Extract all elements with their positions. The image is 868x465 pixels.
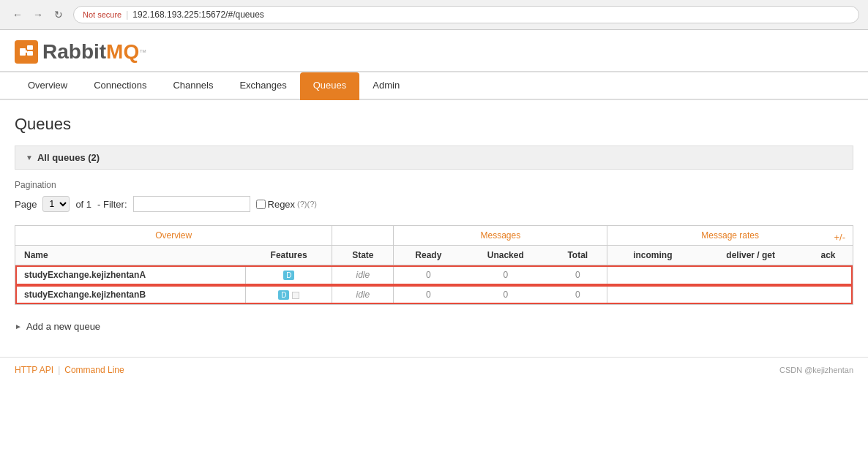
svg-rect-2 xyxy=(27,51,33,56)
logo-area: RabbitMQ™ xyxy=(0,30,868,72)
queue-ack-cell xyxy=(804,285,853,305)
queue-ready-cell: 0 xyxy=(394,285,463,305)
section-title: All queues (2) xyxy=(37,152,100,163)
regex-checkbox[interactable] xyxy=(256,200,266,209)
col-header-ack: ack xyxy=(804,246,853,265)
footer-separator: | xyxy=(58,365,60,375)
nav-bar: Overview Connections Channels Exchanges … xyxy=(0,72,868,100)
footer-attribution: CSDN @kejizhentan xyxy=(779,366,853,374)
svg-rect-3 xyxy=(25,50,27,53)
nav-item-exchanges[interactable]: Exchanges xyxy=(226,72,299,100)
feature-badge: D xyxy=(278,290,289,300)
col-header-row: Name Features State Ready Unacked Total … xyxy=(15,246,853,265)
pagination-section: Pagination Page 1 of 1 - Filter: Regex (… xyxy=(15,180,853,212)
regex-checkbox-area: Regex (?)(?) xyxy=(256,199,317,210)
queue-name-cell: studyExchange.kejizhentanA xyxy=(15,265,246,285)
logo-rabbit-text: Rabbit xyxy=(42,40,106,64)
queue-feature-checkbox xyxy=(292,292,299,299)
message-rates-group-header: Message rates xyxy=(607,226,853,246)
svg-rect-1 xyxy=(27,45,33,50)
col-header-ready: Ready xyxy=(394,246,463,265)
table-row[interactable]: studyExchange.kejizhentanADidle000 xyxy=(15,265,853,285)
add-queue-section[interactable]: ► Add a new queue xyxy=(15,317,853,342)
queue-incoming-cell xyxy=(607,265,697,285)
address-bar[interactable]: Not secure | 192.168.193.225:15672/#/que… xyxy=(73,6,859,23)
col-header-incoming: incoming xyxy=(607,246,697,265)
group-header-row: Overview Messages Message rates xyxy=(15,226,853,246)
regex-label: Regex xyxy=(268,199,296,210)
nav-item-queues[interactable]: Queues xyxy=(300,72,360,100)
filter-input[interactable] xyxy=(133,196,250,212)
content-area: Queues ▼ All queues (2) Pagination Page … xyxy=(0,100,868,357)
http-api-link[interactable]: HTTP API xyxy=(15,365,53,375)
svg-rect-0 xyxy=(20,48,26,56)
queue-features-cell: D xyxy=(246,265,332,285)
page-label: Page xyxy=(15,199,37,210)
forward-button[interactable]: → xyxy=(29,6,47,23)
queues-table: Overview Messages Message rates Name Fea… xyxy=(15,226,853,304)
url-text: 192.168.193.225:15672/#/queues xyxy=(132,10,264,20)
add-queue-label: Add a new queue xyxy=(26,321,100,332)
col-header-deliver-get: deliver / get xyxy=(697,246,804,265)
rabbitmq-logo-icon xyxy=(15,40,38,64)
nav-buttons: ← → ↻ xyxy=(9,6,67,23)
pagination-controls: Page 1 of 1 - Filter: Regex (?)(?) xyxy=(15,196,853,212)
of-label: of 1 xyxy=(75,199,91,210)
table-row[interactable]: studyExchange.kejizhentanBDidle000 xyxy=(15,285,853,305)
reload-button[interactable]: ↻ xyxy=(50,6,67,23)
feature-badge: D xyxy=(283,271,294,280)
queue-name-cell: studyExchange.kejizhentanB xyxy=(15,285,246,305)
queue-state-value: idle xyxy=(356,270,370,280)
logo-mq-text: MQ xyxy=(106,40,139,64)
queues-tbody: studyExchange.kejizhentanADidle000studyE… xyxy=(15,265,853,305)
queue-unacked-cell: 0 xyxy=(463,285,548,305)
queue-ack-cell xyxy=(804,265,853,285)
queue-incoming-cell xyxy=(607,285,697,305)
col-header-total: Total xyxy=(548,246,607,265)
page-footer: HTTP API | Command Line CSDN @kejizhenta… xyxy=(0,357,868,382)
rabbitmq-page: RabbitMQ™ Overview Connections Channels … xyxy=(0,30,868,454)
filter-label: - Filter: xyxy=(97,199,127,210)
queue-total-cell: 0 xyxy=(548,285,607,305)
col-header-name: Name xyxy=(15,246,246,265)
spacer-state xyxy=(332,226,394,246)
all-queues-section-header[interactable]: ▼ All queues (2) xyxy=(15,145,853,170)
queue-deliver_get-cell xyxy=(697,265,804,285)
nav-item-overview[interactable]: Overview xyxy=(15,72,81,100)
queue-unacked-cell: 0 xyxy=(463,265,548,285)
queue-state-cell: idle xyxy=(332,265,394,285)
not-secure-label: Not secure xyxy=(83,10,121,19)
nav-item-channels[interactable]: Channels xyxy=(160,72,226,100)
nav-item-admin[interactable]: Admin xyxy=(359,72,413,100)
footer-links: HTTP API | Command Line xyxy=(15,365,124,375)
queue-features-cell: D xyxy=(246,285,332,305)
command-line-link[interactable]: Command Line xyxy=(64,365,124,375)
nav-item-connections[interactable]: Connections xyxy=(81,72,160,100)
page-select[interactable]: 1 xyxy=(42,196,70,212)
section-arrow-icon: ▼ xyxy=(26,154,33,162)
browser-chrome: ← → ↻ Not secure | 192.168.193.225:15672… xyxy=(0,0,868,30)
logo: RabbitMQ™ xyxy=(15,40,853,64)
queue-state-value: idle xyxy=(356,290,370,300)
add-queue-arrow-icon: ► xyxy=(15,322,22,330)
queue-state-cell: idle xyxy=(332,285,394,305)
queues-table-container: +/- Overview Messages Message rates Name… xyxy=(15,225,853,305)
queue-total-cell: 0 xyxy=(548,265,607,285)
page-title: Queues xyxy=(15,115,853,134)
col-header-features: Features xyxy=(246,246,332,265)
col-header-state: State xyxy=(332,246,394,265)
back-button[interactable]: ← xyxy=(9,6,26,23)
logo-tm: ™ xyxy=(139,48,146,56)
col-header-unacked: Unacked xyxy=(463,246,548,265)
queue-deliver_get-cell xyxy=(697,285,804,305)
queue-ready-cell: 0 xyxy=(394,265,463,285)
plus-minus-toggle[interactable]: +/- xyxy=(834,232,845,243)
pagination-label: Pagination xyxy=(15,180,853,190)
messages-group-header: Messages xyxy=(394,226,607,246)
overview-group-header: Overview xyxy=(15,226,332,246)
regex-hint: (?)(?) xyxy=(297,200,317,208)
